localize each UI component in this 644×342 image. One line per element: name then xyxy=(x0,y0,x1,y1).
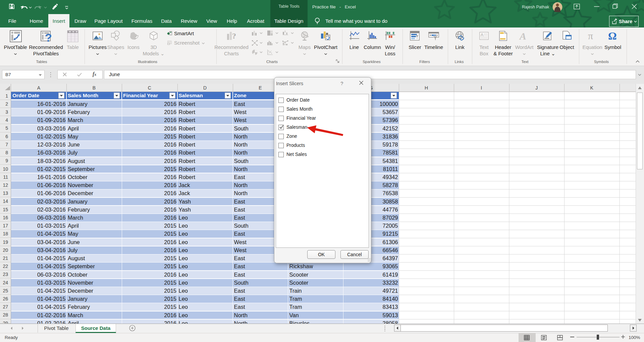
svg-text:A: A xyxy=(519,31,526,41)
svg-text:A: A xyxy=(481,33,483,37)
svg-text:?: ? xyxy=(45,31,52,44)
svg-text:?: ? xyxy=(232,32,236,40)
svg-text:π: π xyxy=(588,31,593,41)
svg-text:Ω: Ω xyxy=(608,31,617,41)
